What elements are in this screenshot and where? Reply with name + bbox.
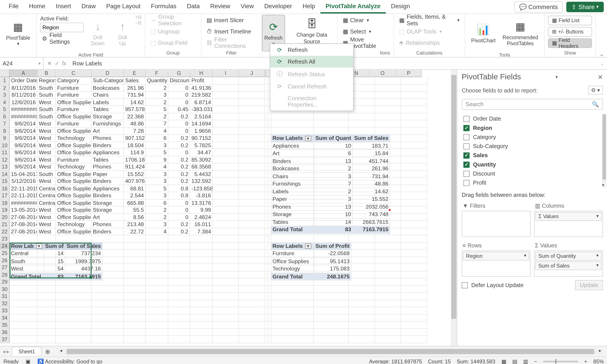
- row-header[interactable]: 23: [0, 235, 10, 242]
- cell[interactable]: [239, 307, 265, 314]
- cell[interactable]: [265, 221, 268, 228]
- cell[interactable]: 0.2: [168, 156, 190, 163]
- cell[interactable]: [213, 106, 239, 113]
- cell[interactable]: [401, 264, 427, 271]
- cell[interactable]: West: [38, 156, 56, 163]
- cell[interactable]: [56, 329, 92, 336]
- pivotchart-button[interactable]: 📊 PivotChart: [469, 15, 498, 52]
- zoom-out-button[interactable]: −: [534, 358, 537, 364]
- tab-file[interactable]: File: [3, 0, 24, 13]
- cell[interactable]: Tables: [92, 106, 124, 113]
- cell[interactable]: 2: [146, 206, 168, 213]
- cell[interactable]: 0: [168, 91, 190, 99]
- cell[interactable]: [375, 336, 401, 343]
- cell[interactable]: 0.2: [168, 163, 190, 170]
- cell[interactable]: [265, 206, 268, 213]
- insert-timeline-button[interactable]: ⏱ Insert Timeline: [205, 26, 258, 37]
- cell[interactable]: [213, 185, 239, 192]
- cell[interactable]: [213, 135, 239, 142]
- cell[interactable]: [239, 257, 265, 264]
- row-header[interactable]: 8: [0, 128, 10, 135]
- tab-design[interactable]: Design: [386, 0, 415, 13]
- cell[interactable]: 2.4824: [190, 214, 213, 221]
- field-quantity[interactable]: Quantity: [462, 160, 606, 169]
- cell[interactable]: 8/11/2016: [10, 84, 38, 91]
- cell[interactable]: [213, 336, 239, 343]
- cell[interactable]: [213, 206, 239, 213]
- view-page-break-icon[interactable]: ▥: [523, 358, 528, 364]
- cell[interactable]: [92, 307, 124, 314]
- cell[interactable]: [213, 293, 239, 300]
- cell[interactable]: [124, 264, 146, 271]
- cell[interactable]: [265, 250, 268, 257]
- cell[interactable]: 2: [146, 99, 168, 106]
- cell[interactable]: [168, 286, 190, 293]
- cell[interactable]: [146, 307, 168, 314]
- cell[interactable]: ##########: [10, 106, 38, 113]
- tab-home[interactable]: Home: [24, 0, 51, 13]
- cell[interactable]: [375, 307, 401, 314]
- cell[interactable]: [213, 77, 239, 84]
- cell[interactable]: Phones: [92, 221, 124, 228]
- cell[interactable]: Sub-Category: [92, 77, 124, 84]
- cell[interactable]: 22.368: [124, 113, 146, 120]
- cell[interactable]: [265, 214, 268, 221]
- cell[interactable]: Appliances: [92, 185, 124, 192]
- cell[interactable]: [375, 321, 401, 328]
- cell[interactable]: [268, 192, 271, 199]
- cell[interactable]: [239, 106, 265, 113]
- cell[interactable]: 5.7825: [190, 142, 213, 149]
- cell[interactable]: [349, 250, 375, 257]
- row-header[interactable]: 1: [0, 77, 10, 84]
- cell[interactable]: [239, 271, 265, 278]
- cell[interactable]: West: [38, 163, 56, 170]
- cell[interactable]: [375, 84, 401, 91]
- cell[interactable]: 4: [146, 228, 168, 235]
- row-header[interactable]: 29: [0, 278, 10, 286]
- cell[interactable]: Phones: [92, 135, 124, 142]
- row-header[interactable]: 24: [0, 243, 10, 250]
- drill-down-button[interactable]: ↓ Drill Down: [86, 15, 110, 52]
- cell[interactable]: [213, 128, 239, 135]
- cell[interactable]: [268, 264, 271, 271]
- row-header[interactable]: 30: [0, 286, 10, 293]
- field-discount[interactable]: Discount: [462, 169, 606, 178]
- cell[interactable]: 1706.18: [124, 156, 146, 163]
- cell[interactable]: 3: [146, 91, 168, 99]
- cell[interactable]: West: [38, 214, 56, 221]
- cell[interactable]: [190, 250, 213, 257]
- cell[interactable]: [56, 235, 92, 242]
- cell[interactable]: Category: [56, 77, 92, 84]
- cell[interactable]: [168, 329, 190, 336]
- cell[interactable]: 14.62: [124, 99, 146, 106]
- cell[interactable]: [146, 336, 168, 343]
- cell[interactable]: [268, 250, 271, 257]
- cell[interactable]: [314, 128, 349, 135]
- cell[interactable]: 5: [146, 185, 168, 192]
- cell[interactable]: West: [38, 142, 56, 149]
- cell[interactable]: [239, 321, 265, 328]
- cell[interactable]: 0: [168, 128, 190, 135]
- cell[interactable]: Phones: [92, 163, 124, 170]
- cell[interactable]: [314, 336, 349, 343]
- cell[interactable]: [146, 243, 168, 250]
- cell[interactable]: [349, 329, 375, 336]
- cell[interactable]: 9/6/2014: [10, 120, 38, 127]
- cell[interactable]: [314, 314, 349, 321]
- relationships-button[interactable]: ⬘ Relationships: [398, 38, 461, 48]
- cell[interactable]: 48.86: [124, 120, 146, 127]
- cell[interactable]: [349, 264, 375, 271]
- cell[interactable]: West: [38, 221, 56, 228]
- add-sheet-button[interactable]: ⊕: [41, 348, 54, 355]
- cell[interactable]: Office Supplies: [56, 206, 92, 213]
- cell[interactable]: 85.3092: [190, 156, 213, 163]
- column-header[interactable]: O: [370, 70, 396, 77]
- cell[interactable]: [401, 293, 427, 300]
- cell[interactable]: 8.56: [124, 214, 146, 221]
- refresh-all-menuitem[interactable]: ⟳Refresh All: [270, 56, 353, 68]
- connection-properties-menuitem[interactable]: Connection Properties...: [270, 92, 353, 111]
- cell[interactable]: [239, 278, 265, 286]
- cell[interactable]: Tables: [92, 156, 124, 163]
- cell[interactable]: [168, 235, 190, 242]
- cell[interactable]: [146, 271, 168, 278]
